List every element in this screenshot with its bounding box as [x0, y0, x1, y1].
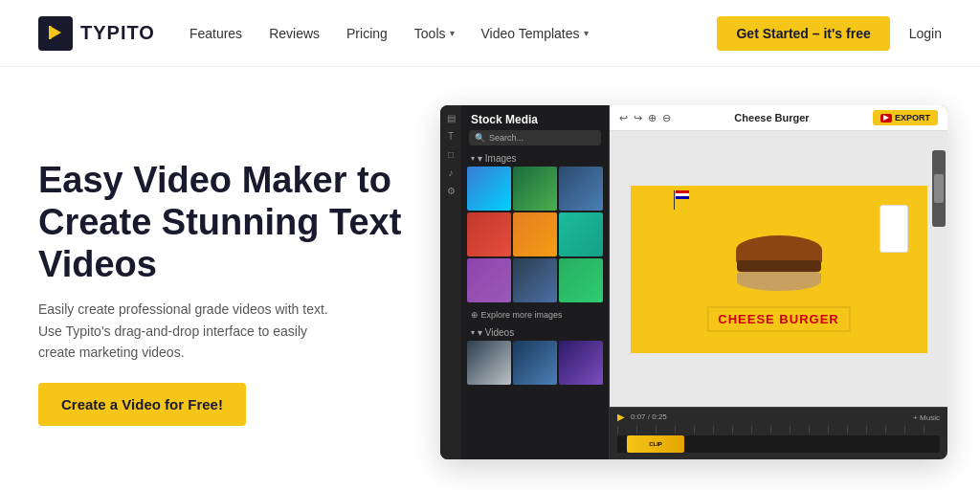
explore-more-images[interactable]: ⊕ Explore more images	[461, 306, 609, 323]
timeline-track: CLIP	[617, 435, 940, 453]
image-thumb-7[interactable]	[467, 258, 511, 302]
editor-icon-sidebar: ▤ T □ ♪ ⚙	[440, 105, 461, 459]
navbar: TYPITO Features Reviews Pricing Tools ▾ …	[0, 0, 980, 67]
image-grid	[461, 167, 609, 306]
timeline-ruler	[617, 426, 940, 434]
zoom-in-icon[interactable]: ⊕	[648, 112, 657, 124]
image-thumb-6[interactable]	[559, 212, 603, 256]
burger-scene: CHEESE BURGER	[631, 186, 927, 353]
images-collapse-arrow[interactable]: ▾	[471, 154, 475, 163]
fries-cup	[880, 205, 908, 253]
hero-title: Easy Video Maker to Create Stunning Text…	[38, 160, 402, 285]
svg-marker-0	[50, 26, 61, 39]
tools-dropdown-arrow: ▾	[450, 28, 455, 38]
sidebar-media-icon[interactable]: ▤	[447, 113, 456, 123]
zoom-out-icon[interactable]: ⊖	[662, 112, 671, 124]
burger-patty	[737, 260, 821, 272]
sidebar-shape-icon[interactable]: □	[448, 149, 454, 160]
get-started-button[interactable]: Get Started – it's free	[717, 16, 889, 51]
image-thumb-5[interactable]	[513, 212, 557, 256]
youtube-icon	[880, 114, 892, 122]
nav-features[interactable]: Features	[189, 26, 242, 41]
burger-bun-bottom	[737, 272, 821, 291]
app-mockup: ▤ T □ ♪ ⚙ Stock Media 🔍 Search... ▾ ▾ Im…	[440, 105, 947, 459]
scrollbar-thumb	[934, 174, 944, 203]
search-icon: 🔍	[475, 133, 485, 143]
export-button[interactable]: EXPORT	[873, 110, 938, 125]
videos-collapse-arrow[interactable]: ▾	[471, 328, 475, 337]
clip-label: CLIP	[649, 441, 662, 447]
panel-search[interactable]: 🔍 Search...	[469, 130, 601, 145]
undo-icon[interactable]: ↩	[619, 112, 628, 124]
brand-name: TYPITO	[80, 22, 155, 44]
timeline-clip[interactable]: CLIP	[627, 435, 684, 453]
cheese-burger-text-overlay[interactable]: CHEESE BURGER	[706, 306, 850, 332]
sidebar-settings-icon[interactable]: ⚙	[447, 186, 456, 196]
image-thumb-3[interactable]	[559, 167, 603, 211]
timeline-play-icon[interactable]: ▶	[617, 412, 625, 422]
nav-tools[interactable]: Tools ▾	[414, 26, 455, 41]
image-thumb-2[interactable]	[513, 167, 557, 211]
search-placeholder: Search...	[489, 133, 523, 143]
logo-icon	[38, 16, 73, 51]
topbar-tools: ↩ ↪ ⊕ ⊖	[619, 112, 671, 124]
nav-reviews[interactable]: Reviews	[269, 26, 320, 41]
stock-media-panel: Stock Media 🔍 Search... ▾ ▾ Images	[461, 105, 610, 459]
project-title: Cheese Burger	[671, 112, 873, 123]
logo[interactable]: TYPITO	[38, 16, 155, 51]
editor-panel: ↩ ↪ ⊕ ⊖ Cheese Burger EXPORT	[610, 105, 947, 459]
hero-left: Easy Video Maker to Create Stunning Text…	[38, 160, 402, 425]
timeline-time: 0:07 / 0:25	[631, 412, 667, 421]
hero-section: Easy Video Maker to Create Stunning Text…	[0, 67, 980, 490]
canvas-scrollbar[interactable]	[932, 150, 946, 227]
add-music-button[interactable]: + Music	[913, 413, 940, 422]
login-button[interactable]: Login	[909, 26, 942, 41]
videos-section-label: ▾ ▾ Videos	[461, 323, 609, 341]
hero-right: ▤ T □ ♪ ⚙ Stock Media 🔍 Search... ▾ ▾ Im…	[440, 96, 947, 490]
sidebar-music-icon[interactable]: ♪	[449, 167, 454, 178]
sidebar-text-icon[interactable]: T	[448, 131, 454, 142]
hero-subtitle: Easily create professional grade videos …	[38, 299, 345, 363]
burger-shape	[731, 235, 827, 302]
image-thumb-8[interactable]	[513, 258, 557, 302]
nav-links: Features Reviews Pricing Tools ▾ Video T…	[189, 26, 589, 41]
svg-rect-1	[49, 26, 52, 39]
images-section-label: ▾ ▾ Images	[461, 151, 609, 167]
editor-topbar: ↩ ↪ ⊕ ⊖ Cheese Burger EXPORT	[610, 105, 947, 131]
redo-icon[interactable]: ↪	[634, 112, 642, 124]
video-templates-dropdown-arrow: ▾	[584, 28, 589, 38]
timeline: ▶ 0:07 / 0:25 CLIP + Music	[610, 407, 947, 459]
video-thumb-1[interactable]	[467, 341, 511, 385]
panel-title: Stock Media	[461, 105, 609, 130]
video-grid	[461, 341, 609, 389]
nav-right: Get Started – it's free Login	[717, 16, 942, 51]
image-thumb-9[interactable]	[559, 258, 603, 302]
nav-pricing[interactable]: Pricing	[346, 26, 388, 41]
youtube-play-icon	[883, 115, 889, 121]
canvas: CHEESE BURGER	[631, 186, 927, 353]
us-flag	[676, 190, 689, 199]
video-thumb-3[interactable]	[559, 341, 603, 385]
video-thumb-2[interactable]	[513, 341, 557, 385]
flag-pole	[674, 190, 675, 210]
nav-video-templates[interactable]: Video Templates ▾	[481, 26, 589, 41]
timeline-controls: ▶ 0:07 / 0:25	[610, 408, 947, 426]
image-thumb-1[interactable]	[467, 167, 511, 211]
canvas-area: CHEESE BURGER	[610, 131, 947, 407]
create-video-button[interactable]: Create a Video for Free!	[38, 383, 246, 426]
image-thumb-4[interactable]	[467, 212, 511, 256]
